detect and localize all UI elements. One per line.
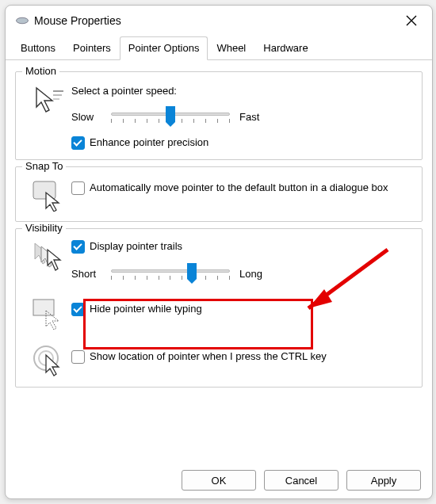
trails-length-slider[interactable]: [111, 265, 230, 282]
tab-pointers[interactable]: Pointers: [64, 36, 120, 60]
trails-long-label: Long: [239, 268, 262, 280]
show-location-icon: [32, 344, 65, 377]
pointer-trails-icon: [32, 240, 65, 273]
cancel-button[interactable]: Cancel: [264, 470, 338, 491]
hide-typing-checkbox[interactable]: [71, 303, 85, 316]
dialog-title: Mouse Properties: [34, 14, 397, 27]
trails-short-label: Short: [71, 268, 108, 280]
snap-default-checkbox[interactable]: [71, 181, 85, 195]
tab-hardware[interactable]: Hardware: [254, 36, 316, 60]
apply-button[interactable]: Apply: [346, 470, 421, 491]
group-visibility-title: Visibility: [22, 222, 66, 234]
display-trails-label: Display pointer trails: [90, 240, 182, 254]
svg-point-0: [17, 17, 29, 24]
close-icon: [406, 15, 417, 26]
hide-typing-icon: [32, 296, 65, 330]
speed-slow-label: Slow: [71, 111, 108, 123]
pointer-speed-label: Select a pointer speed:: [71, 85, 412, 97]
show-location-label: Show location of pointer when I press th…: [90, 350, 327, 364]
show-location-checkbox[interactable]: [71, 350, 85, 364]
group-snap-title: Snap To: [22, 160, 66, 172]
svg-rect-4: [33, 181, 55, 199]
group-visibility: Visibility Display pointer trails Short: [15, 228, 423, 388]
group-snap-to: Snap To Automatically move pointer to th…: [15, 166, 423, 222]
pointer-speed-slider[interactable]: [111, 108, 230, 125]
tab-buttons[interactable]: Buttons: [12, 36, 64, 60]
tab-pointer-options[interactable]: Pointer Options: [120, 36, 208, 60]
tab-bar: Buttons Pointers Pointer Options Wheel H…: [6, 36, 432, 60]
group-motion-title: Motion: [22, 65, 59, 77]
snap-to-icon: [32, 178, 65, 212]
enhance-precision-label: Enhance pointer precision: [90, 136, 208, 150]
ok-button[interactable]: OK: [182, 470, 256, 491]
close-button[interactable]: [397, 10, 426, 32]
group-motion: Motion Select a pointer speed: Slow: [15, 71, 423, 160]
tab-wheel[interactable]: Wheel: [208, 36, 254, 60]
speed-fast-label: Fast: [239, 111, 259, 123]
mouse-icon: [15, 13, 29, 28]
display-trails-checkbox[interactable]: [71, 240, 85, 254]
enhance-precision-checkbox[interactable]: [71, 136, 85, 150]
snap-default-label: Automatically move pointer to the defaul…: [90, 181, 388, 195]
pointer-speed-icon: [32, 83, 65, 116]
svg-rect-5: [33, 300, 54, 315]
hide-typing-label: Hide pointer while typing: [90, 303, 202, 316]
